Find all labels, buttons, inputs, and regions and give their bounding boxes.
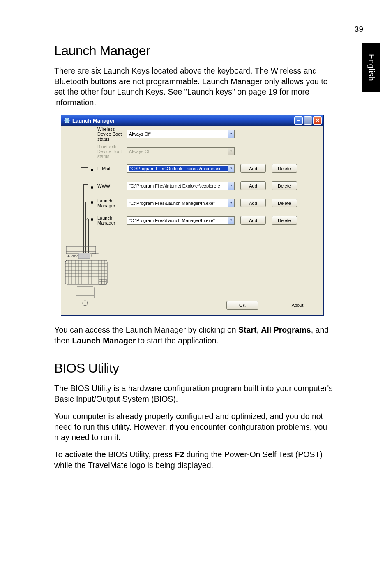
language-tab: English — [362, 43, 380, 92]
combo-bluetooth-value: Always Off — [129, 149, 228, 154]
combo-lm1-value: "C:\Program Files\Launch Manager\fn.exe" — [129, 201, 228, 206]
combo-wireless-value: Always Off — [129, 132, 228, 137]
svg-point-4 — [72, 255, 74, 257]
chevron-down-icon[interactable]: ▼ — [228, 199, 234, 207]
paragraph-launch-intro: There are six Launch Keys located above … — [54, 66, 338, 108]
label-www: WWW — [65, 183, 127, 188]
paragraph-bios-2: Your computer is already properly config… — [54, 411, 338, 443]
minimize-button[interactable]: – — [294, 116, 303, 125]
heading-bios: BIOS Utility — [54, 361, 338, 376]
heading-launch-manager: Launch Manager — [54, 43, 338, 58]
launch-manager-window: Launch Manager – □ ✕ Wireless Device Boo… — [61, 115, 324, 316]
chevron-down-icon[interactable]: ▼ — [228, 165, 234, 172]
delete-button[interactable]: Delete — [272, 164, 297, 173]
connector-lines — [65, 166, 98, 256]
svg-point-5 — [74, 255, 76, 257]
svg-rect-1 — [66, 246, 96, 254]
chevron-down-icon[interactable]: ▼ — [228, 182, 234, 190]
svg-rect-11 — [92, 254, 99, 257]
close-button[interactable]: ✕ — [313, 116, 322, 125]
combo-email[interactable]: "C:\Program Files\Outlook Express\msimn.… — [127, 164, 235, 173]
svg-point-6 — [77, 255, 78, 257]
svg-rect-10 — [78, 253, 90, 259]
combo-wireless[interactable]: Always Off ▼ — [127, 130, 235, 138]
svg-point-38 — [83, 301, 88, 306]
paragraph-launch-access: You can access the Launch Manager by cli… — [54, 325, 338, 346]
add-button[interactable]: Add — [240, 216, 266, 225]
paragraph-bios-3: To activate the BIOS Utility, press F2 d… — [54, 449, 338, 470]
svg-point-3 — [68, 255, 69, 257]
label-lm2: Launch Manager — [65, 215, 127, 225]
add-button[interactable]: Add — [240, 164, 266, 173]
laptop-diagram — [64, 244, 112, 310]
combo-www[interactable]: "C:\Program Files\Internet Explorer\iexp… — [127, 182, 235, 190]
delete-button[interactable]: Delete — [272, 199, 297, 207]
chevron-down-icon: ▼ — [228, 148, 234, 155]
chevron-down-icon[interactable]: ▼ — [228, 217, 234, 224]
about-button[interactable]: About — [281, 301, 314, 310]
label-bluetooth: Bluetooth Device Boot status — [65, 144, 127, 159]
delete-button[interactable]: Delete — [272, 216, 297, 225]
titlebar: Launch Manager – □ ✕ — [61, 115, 323, 126]
combo-email-value: "C:\Program Files\Outlook Express\msimn.… — [129, 166, 228, 171]
window-title: Launch Manager — [72, 118, 294, 124]
maximize-button: □ — [304, 116, 312, 125]
paragraph-bios-1: The BIOS Utility is a hardware configura… — [54, 383, 338, 404]
label-email: E-Mail — [65, 166, 127, 171]
svg-point-0 — [65, 118, 69, 123]
ok-button[interactable]: OK — [226, 301, 258, 310]
combo-www-value: "C:\Program Files\Internet Explorer\iexp… — [129, 183, 228, 188]
delete-button[interactable]: Delete — [272, 181, 297, 190]
chevron-down-icon[interactable]: ▼ — [228, 130, 234, 138]
label-lm1: Launch Manager — [65, 198, 127, 208]
app-icon — [64, 117, 70, 124]
page-number: 39 — [355, 25, 363, 34]
add-button[interactable]: Add — [240, 181, 266, 190]
combo-lm2-value: "C:\Program Files\Launch Manager\fn.exe" — [129, 218, 228, 223]
svg-rect-12 — [65, 260, 107, 284]
add-button[interactable]: Add — [240, 199, 266, 207]
combo-lm2[interactable]: "C:\Program Files\Launch Manager\fn.exe"… — [127, 216, 235, 225]
label-wireless: Wireless Device Boot status — [65, 127, 127, 141]
combo-lm1[interactable]: "C:\Program Files\Launch Manager\fn.exe"… — [127, 199, 235, 207]
combo-bluetooth: Always Off ▼ — [127, 147, 235, 155]
